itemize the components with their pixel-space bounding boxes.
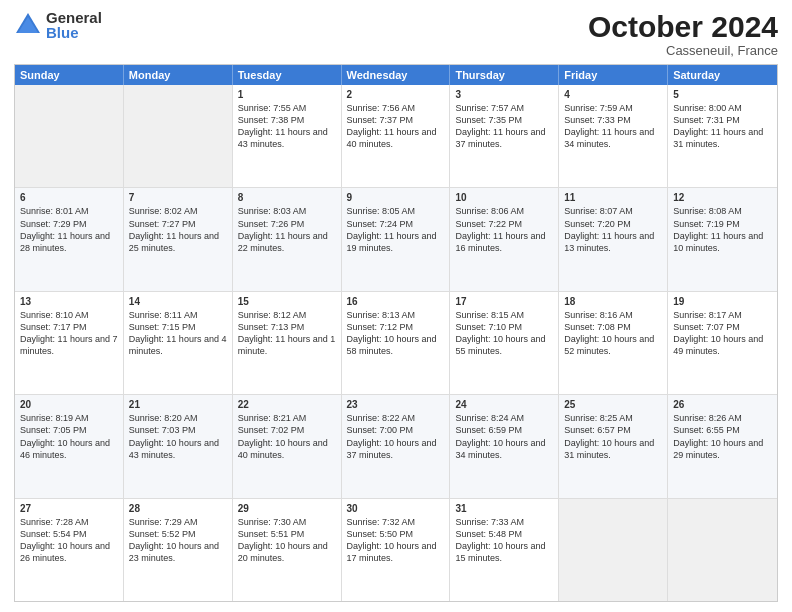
day-info: Sunrise: 8:05 AMSunset: 7:24 PMDaylight:… — [347, 205, 445, 254]
day-cell-8: 8Sunrise: 8:03 AMSunset: 7:26 PMDaylight… — [233, 188, 342, 290]
day-cell-31: 31Sunrise: 7:33 AMSunset: 5:48 PMDayligh… — [450, 499, 559, 601]
day-cell-4: 4Sunrise: 7:59 AMSunset: 7:33 PMDaylight… — [559, 85, 668, 187]
day-cell-10: 10Sunrise: 8:06 AMSunset: 7:22 PMDayligh… — [450, 188, 559, 290]
logo-text: General Blue — [46, 10, 102, 40]
header-day-sunday: Sunday — [15, 65, 124, 85]
day-cell-11: 11Sunrise: 8:07 AMSunset: 7:20 PMDayligh… — [559, 188, 668, 290]
day-info: Sunrise: 8:24 AMSunset: 6:59 PMDaylight:… — [455, 412, 553, 461]
day-number: 18 — [564, 295, 662, 308]
day-info: Sunrise: 8:19 AMSunset: 7:05 PMDaylight:… — [20, 412, 118, 461]
page: General Blue October 2024 Casseneuil, Fr… — [0, 0, 792, 612]
day-number: 31 — [455, 502, 553, 515]
day-cell-18: 18Sunrise: 8:16 AMSunset: 7:08 PMDayligh… — [559, 292, 668, 394]
day-number: 11 — [564, 191, 662, 204]
day-info: Sunrise: 7:32 AMSunset: 5:50 PMDaylight:… — [347, 516, 445, 565]
day-info: Sunrise: 8:17 AMSunset: 7:07 PMDaylight:… — [673, 309, 772, 358]
week-row-5: 27Sunrise: 7:28 AMSunset: 5:54 PMDayligh… — [15, 498, 777, 601]
day-number: 8 — [238, 191, 336, 204]
day-info: Sunrise: 8:07 AMSunset: 7:20 PMDaylight:… — [564, 205, 662, 254]
day-info: Sunrise: 8:16 AMSunset: 7:08 PMDaylight:… — [564, 309, 662, 358]
empty-cell — [668, 499, 777, 601]
day-cell-28: 28Sunrise: 7:29 AMSunset: 5:52 PMDayligh… — [124, 499, 233, 601]
day-number: 9 — [347, 191, 445, 204]
day-number: 1 — [238, 88, 336, 101]
logo-icon — [14, 11, 42, 39]
day-info: Sunrise: 7:56 AMSunset: 7:37 PMDaylight:… — [347, 102, 445, 151]
month-title: October 2024 — [588, 10, 778, 43]
day-number: 27 — [20, 502, 118, 515]
day-cell-16: 16Sunrise: 8:13 AMSunset: 7:12 PMDayligh… — [342, 292, 451, 394]
day-cell-23: 23Sunrise: 8:22 AMSunset: 7:00 PMDayligh… — [342, 395, 451, 497]
day-info: Sunrise: 8:02 AMSunset: 7:27 PMDaylight:… — [129, 205, 227, 254]
day-number: 3 — [455, 88, 553, 101]
day-number: 6 — [20, 191, 118, 204]
calendar: SundayMondayTuesdayWednesdayThursdayFrid… — [14, 64, 778, 602]
day-number: 30 — [347, 502, 445, 515]
day-number: 21 — [129, 398, 227, 411]
location: Casseneuil, France — [588, 43, 778, 58]
day-number: 14 — [129, 295, 227, 308]
day-number: 25 — [564, 398, 662, 411]
header-day-thursday: Thursday — [450, 65, 559, 85]
week-row-2: 6Sunrise: 8:01 AMSunset: 7:29 PMDaylight… — [15, 187, 777, 290]
header-day-friday: Friday — [559, 65, 668, 85]
logo-general-text: General — [46, 10, 102, 25]
day-number: 26 — [673, 398, 772, 411]
day-info: Sunrise: 8:10 AMSunset: 7:17 PMDaylight:… — [20, 309, 118, 358]
day-info: Sunrise: 7:55 AMSunset: 7:38 PMDaylight:… — [238, 102, 336, 151]
empty-cell — [124, 85, 233, 187]
day-cell-19: 19Sunrise: 8:17 AMSunset: 7:07 PMDayligh… — [668, 292, 777, 394]
day-cell-6: 6Sunrise: 8:01 AMSunset: 7:29 PMDaylight… — [15, 188, 124, 290]
day-info: Sunrise: 8:13 AMSunset: 7:12 PMDaylight:… — [347, 309, 445, 358]
day-number: 13 — [20, 295, 118, 308]
day-info: Sunrise: 8:26 AMSunset: 6:55 PMDaylight:… — [673, 412, 772, 461]
day-number: 10 — [455, 191, 553, 204]
calendar-header: SundayMondayTuesdayWednesdayThursdayFrid… — [15, 65, 777, 85]
day-cell-25: 25Sunrise: 8:25 AMSunset: 6:57 PMDayligh… — [559, 395, 668, 497]
day-number: 5 — [673, 88, 772, 101]
day-info: Sunrise: 8:08 AMSunset: 7:19 PMDaylight:… — [673, 205, 772, 254]
logo: General Blue — [14, 10, 102, 40]
header-day-tuesday: Tuesday — [233, 65, 342, 85]
day-cell-26: 26Sunrise: 8:26 AMSunset: 6:55 PMDayligh… — [668, 395, 777, 497]
day-info: Sunrise: 8:20 AMSunset: 7:03 PMDaylight:… — [129, 412, 227, 461]
day-number: 12 — [673, 191, 772, 204]
day-info: Sunrise: 8:11 AMSunset: 7:15 PMDaylight:… — [129, 309, 227, 358]
day-info: Sunrise: 7:28 AMSunset: 5:54 PMDaylight:… — [20, 516, 118, 565]
day-info: Sunrise: 7:29 AMSunset: 5:52 PMDaylight:… — [129, 516, 227, 565]
empty-cell — [559, 499, 668, 601]
day-cell-13: 13Sunrise: 8:10 AMSunset: 7:17 PMDayligh… — [15, 292, 124, 394]
day-cell-2: 2Sunrise: 7:56 AMSunset: 7:37 PMDaylight… — [342, 85, 451, 187]
day-cell-21: 21Sunrise: 8:20 AMSunset: 7:03 PMDayligh… — [124, 395, 233, 497]
day-cell-9: 9Sunrise: 8:05 AMSunset: 7:24 PMDaylight… — [342, 188, 451, 290]
day-info: Sunrise: 8:03 AMSunset: 7:26 PMDaylight:… — [238, 205, 336, 254]
title-block: October 2024 Casseneuil, France — [588, 10, 778, 58]
day-cell-7: 7Sunrise: 8:02 AMSunset: 7:27 PMDaylight… — [124, 188, 233, 290]
day-number: 4 — [564, 88, 662, 101]
day-info: Sunrise: 8:00 AMSunset: 7:31 PMDaylight:… — [673, 102, 772, 151]
header: General Blue October 2024 Casseneuil, Fr… — [14, 10, 778, 58]
day-number: 24 — [455, 398, 553, 411]
header-day-saturday: Saturday — [668, 65, 777, 85]
calendar-body: 1Sunrise: 7:55 AMSunset: 7:38 PMDaylight… — [15, 85, 777, 601]
day-number: 22 — [238, 398, 336, 411]
day-cell-29: 29Sunrise: 7:30 AMSunset: 5:51 PMDayligh… — [233, 499, 342, 601]
day-cell-12: 12Sunrise: 8:08 AMSunset: 7:19 PMDayligh… — [668, 188, 777, 290]
day-info: Sunrise: 8:21 AMSunset: 7:02 PMDaylight:… — [238, 412, 336, 461]
day-number: 28 — [129, 502, 227, 515]
week-row-3: 13Sunrise: 8:10 AMSunset: 7:17 PMDayligh… — [15, 291, 777, 394]
day-info: Sunrise: 8:12 AMSunset: 7:13 PMDaylight:… — [238, 309, 336, 358]
day-number: 20 — [20, 398, 118, 411]
day-number: 2 — [347, 88, 445, 101]
header-day-wednesday: Wednesday — [342, 65, 451, 85]
day-number: 17 — [455, 295, 553, 308]
day-cell-5: 5Sunrise: 8:00 AMSunset: 7:31 PMDaylight… — [668, 85, 777, 187]
day-cell-20: 20Sunrise: 8:19 AMSunset: 7:05 PMDayligh… — [15, 395, 124, 497]
day-cell-3: 3Sunrise: 7:57 AMSunset: 7:35 PMDaylight… — [450, 85, 559, 187]
day-info: Sunrise: 7:59 AMSunset: 7:33 PMDaylight:… — [564, 102, 662, 151]
day-number: 7 — [129, 191, 227, 204]
day-info: Sunrise: 7:30 AMSunset: 5:51 PMDaylight:… — [238, 516, 336, 565]
day-info: Sunrise: 7:33 AMSunset: 5:48 PMDaylight:… — [455, 516, 553, 565]
day-cell-22: 22Sunrise: 8:21 AMSunset: 7:02 PMDayligh… — [233, 395, 342, 497]
header-day-monday: Monday — [124, 65, 233, 85]
